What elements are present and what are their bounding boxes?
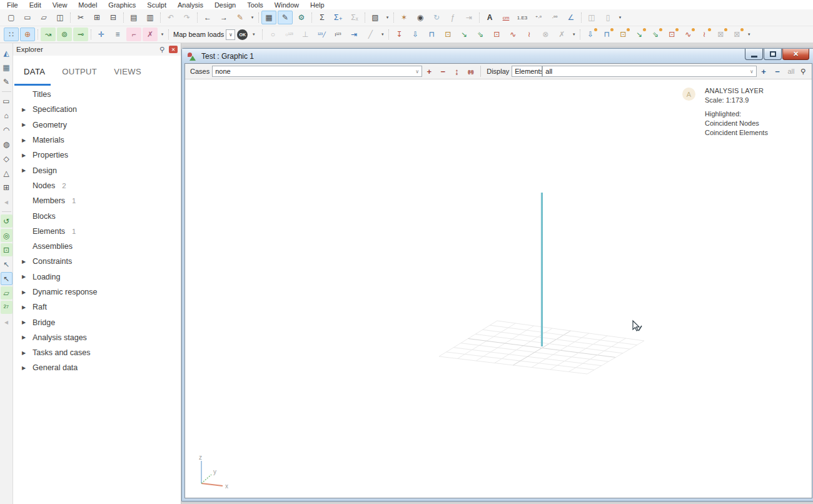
open-file[interactable]: ▭ [20, 11, 35, 24]
separator[interactable] [2, 209, 11, 213]
grid-load-y[interactable]: ⊠ [729, 28, 744, 41]
expand-arrow-icon[interactable]: ▶ [20, 290, 28, 295]
tree-item-design[interactable]: ▶ Design [13, 163, 181, 178]
grid-area-load[interactable]: ⊡ [615, 28, 630, 41]
expand-arrow-icon[interactable]: ▶ [20, 107, 28, 113]
remove-display[interactable]: − [771, 65, 784, 78]
grid-linear-load[interactable]: ↘ [632, 28, 647, 41]
collapse-arrow[interactable]: ◂ [1, 315, 13, 328]
expand-arrow-icon[interactable]: ▶ [20, 138, 28, 143]
menu-analysis[interactable]: Analysis [172, 1, 209, 9]
function[interactable]: ƒ [445, 11, 460, 24]
select-elements[interactable]: ↖ [1, 272, 13, 285]
animate-cases[interactable]: ((o)) [464, 65, 477, 78]
paste[interactable]: ⊟ [106, 11, 121, 24]
separator[interactable] [310, 11, 314, 24]
add-element[interactable]: ⊸ [73, 28, 88, 41]
load-beam-trilinear[interactable]: ⇘ [473, 28, 488, 41]
expand-arrow-icon[interactable]: ▶ [20, 320, 28, 325]
grid-varying-load[interactable]: ∿ [680, 28, 695, 41]
dropdown-icon[interactable]: ▾ [570, 28, 577, 41]
separator[interactable] [256, 11, 261, 24]
separator[interactable] [579, 11, 583, 24]
show-nodes[interactable]: ○ [265, 28, 280, 41]
node-numbers[interactable]: ○¹²³ [281, 28, 296, 41]
expand-arrow-icon[interactable]: ▶ [20, 305, 28, 310]
tab-views[interactable]: VIEWS [114, 67, 141, 76]
dropdown-icon[interactable]: ▾ [384, 11, 391, 24]
open-model[interactable]: ▱ [36, 11, 51, 24]
sculpt-tool[interactable]: ✎ [1, 75, 13, 88]
increase-decimals[interactable]: ⁺·⁰ [531, 11, 546, 24]
delete-elements[interactable]: ✗ [143, 28, 158, 41]
load-node[interactable]: ⇩ [408, 28, 423, 41]
dropdown-icon[interactable]: ▾ [617, 11, 624, 24]
view-sphere[interactable]: ◍ [1, 138, 13, 151]
sketch-view[interactable]: ✎ [278, 11, 293, 24]
tree-item-materials[interactable]: ▶ Materials [13, 133, 181, 148]
expand-arrow-icon[interactable]: ▶ [20, 153, 28, 158]
tree-item-properties[interactable]: ▶ Properties [13, 148, 181, 163]
axes-display[interactable]: ∠ [563, 11, 578, 24]
copy[interactable]: ⊞ [89, 11, 104, 24]
cut[interactable]: ✂ [73, 11, 88, 24]
tree-item-tasks-and-cases[interactable]: ▶ Tasks and cases [13, 345, 181, 360]
load-beam-linear[interactable]: ↘ [457, 28, 472, 41]
grid-curve-load[interactable]: ≀ [697, 28, 712, 41]
move-nodes[interactable]: ✛ [94, 28, 109, 41]
tree-item-members[interactable]: Members 1 [13, 193, 181, 208]
tree-item-blocks[interactable]: Blocks [13, 208, 181, 223]
tree-item-geometry[interactable]: ▶ Geometry [13, 118, 181, 133]
grid-load-x[interactable]: ⊠ [713, 28, 728, 41]
separator[interactable] [578, 28, 582, 41]
print-graphic[interactable]: ▧ [368, 11, 383, 24]
tree-item-general-data[interactable]: ▶ General data [13, 360, 181, 375]
new-graphic-view[interactable]: ◭ [1, 46, 13, 59]
graphic-window-titlebar[interactable]: Test : Graphic 1 ✕ [182, 49, 813, 63]
units-cm[interactable]: cm [498, 11, 513, 24]
separator[interactable] [363, 11, 367, 24]
chevron-down-icon[interactable]: ∨ [413, 69, 419, 74]
chevron-down-icon[interactable]: ∨ [747, 69, 754, 74]
view-plan[interactable]: ⌂ [1, 109, 13, 122]
menu-sculpt[interactable]: Sculpt [141, 1, 172, 9]
sum[interactable]: Σ [315, 11, 330, 24]
view-elevation[interactable]: ▭ [1, 94, 13, 108]
save[interactable]: ◫ [53, 11, 68, 24]
new-file[interactable]: ▢ [4, 11, 19, 24]
collapse-cases[interactable]: ↨ [450, 65, 463, 78]
sculpt-drag[interactable]: ↝ [41, 28, 56, 41]
expand-arrow-icon[interactable]: ▶ [20, 259, 28, 265]
expand-arrow-icon[interactable]: ▶ [20, 365, 28, 371]
print-preview[interactable]: ▥ [143, 11, 158, 24]
expand-arrow-icon[interactable]: ▶ [20, 274, 28, 280]
separator[interactable] [166, 28, 171, 41]
menu-edit[interactable]: Edit [24, 1, 47, 9]
separator[interactable] [36, 28, 40, 41]
tree-item-analysis-stages[interactable]: ▶ Analysis stages [13, 330, 181, 345]
load-prestress[interactable]: ⊗ [538, 28, 553, 41]
forward[interactable]: → [216, 11, 231, 24]
zoom-window[interactable]: ⊡ [1, 243, 13, 256]
menu-window[interactable]: Window [269, 1, 305, 9]
redo[interactable]: ↷ [179, 11, 194, 24]
expand-arrow-icon[interactable]: ▶ [20, 350, 28, 356]
goto-line[interactable]: ⇥ [462, 11, 477, 24]
extrude-layers[interactable]: ≡ [110, 28, 125, 41]
exponent-notation[interactable]: 1.E3 [515, 11, 530, 24]
diagonal-line[interactable]: ╱ [363, 28, 378, 41]
load-thermal[interactable]: ✗ [554, 28, 569, 41]
snap-to-line[interactable]: ⇥ [346, 28, 361, 41]
decrease-decimals[interactable]: ·⁰⁰ [547, 11, 562, 24]
menu-tools[interactable]: Tools [241, 1, 269, 9]
separator[interactable] [195, 11, 199, 24]
load-frame[interactable]: ⊓ [424, 28, 439, 41]
collapse-arrow[interactable]: ◂ [1, 195, 13, 208]
menu-file[interactable]: File [1, 1, 24, 9]
menu-model[interactable]: Model [73, 1, 103, 9]
table-view[interactable]: ▦ [261, 11, 276, 24]
separator[interactable] [68, 11, 73, 24]
maximize-button[interactable] [764, 49, 782, 60]
window-split-h[interactable]: ◫ [584, 11, 599, 24]
tree-item-dynamic-response[interactable]: ▶ Dynamic response [13, 285, 181, 300]
